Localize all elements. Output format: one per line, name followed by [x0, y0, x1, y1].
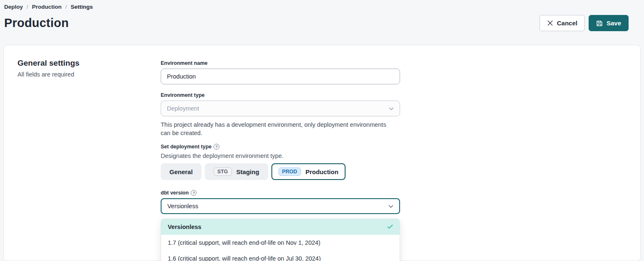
environment-type-value: Deployment: [167, 105, 199, 112]
deployment-option-staging[interactable]: STG Staging: [205, 163, 268, 180]
dbt-version-dropdown-menu: Versionless 1.7 (critical support, will …: [161, 219, 400, 261]
stg-badge: STG: [214, 167, 232, 176]
environment-type-label: Environment type: [161, 92, 400, 98]
breadcrumb-separator: /: [65, 4, 67, 10]
cancel-button-label: Cancel: [557, 20, 577, 27]
panel-heading: General settings: [17, 59, 80, 68]
header-actions: Cancel Save: [540, 15, 629, 31]
dropdown-option-1-6[interactable]: 1.6 (critical support, will reach end-of…: [161, 251, 400, 261]
environment-name-input[interactable]: [161, 69, 400, 84]
dbt-version-select[interactable]: Versionless: [161, 198, 400, 214]
deployment-type-options: General STG Staging PROD Production: [161, 163, 400, 180]
dropdown-option-label: 1.6 (critical support, will reach end-of…: [168, 255, 321, 261]
dbt-version-label-text: dbt version: [161, 190, 189, 196]
dbt-version-value: Versionless: [167, 203, 198, 209]
panel-form: Environment name Environment type Deploy…: [161, 60, 400, 261]
close-icon: [547, 20, 553, 26]
deployment-option-staging-label: Staging: [236, 168, 259, 175]
page-header: Production Cancel Save: [0, 10, 644, 31]
cancel-button[interactable]: Cancel: [540, 15, 585, 31]
check-icon: [387, 224, 393, 230]
deployment-option-general-label: General: [169, 168, 193, 175]
dropdown-option-label: Versionless: [168, 224, 201, 230]
breadcrumb-separator: /: [27, 4, 28, 10]
top-bar: Deploy / Production / Settings: [0, 0, 644, 10]
dropdown-option-versionless[interactable]: Versionless: [161, 219, 400, 235]
breadcrumb-deploy[interactable]: Deploy: [4, 4, 23, 10]
environment-type-select: Deployment: [161, 101, 400, 116]
dbt-version-label: dbt version ?: [161, 190, 400, 196]
environment-name-label: Environment name: [161, 60, 400, 66]
help-icon[interactable]: ?: [191, 190, 196, 196]
breadcrumb-production[interactable]: Production: [32, 4, 62, 10]
deployment-option-production-label: Production: [306, 168, 338, 175]
chevron-down-icon: [388, 203, 393, 209]
help-icon[interactable]: ?: [214, 144, 219, 150]
save-icon: [596, 20, 603, 27]
deployment-type-label: Set deployment type ?: [161, 144, 400, 150]
settings-card: General settings All fields are required…: [3, 45, 641, 261]
page-title: Production: [4, 16, 69, 30]
environment-type-help-text: This project already has a development e…: [161, 121, 388, 137]
dropdown-option-1-7[interactable]: 1.7 (critical support, will reach end-of…: [161, 235, 400, 251]
panel-subheading: All fields are required: [17, 71, 80, 78]
breadcrumb-settings: Settings: [71, 4, 93, 10]
prod-badge: PROD: [278, 167, 301, 176]
chevron-down-icon: [389, 105, 394, 112]
panel-info: General settings All fields are required: [17, 59, 80, 78]
deployment-type-label-text: Set deployment type: [161, 144, 211, 150]
save-button-label: Save: [607, 20, 621, 27]
save-button[interactable]: Save: [589, 15, 629, 31]
deployment-type-description: Designates the deployment environment ty…: [161, 153, 400, 159]
deployment-option-production[interactable]: PROD Production: [271, 163, 346, 180]
deployment-option-general[interactable]: General: [161, 163, 201, 180]
breadcrumb: Deploy / Production / Settings: [4, 4, 644, 10]
dropdown-option-label: 1.7 (critical support, will reach end-of…: [168, 239, 321, 246]
